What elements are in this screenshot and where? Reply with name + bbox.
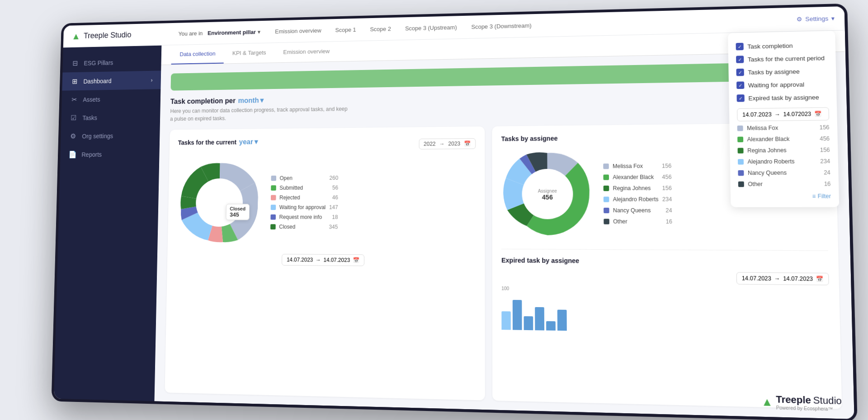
tasks-icon: ☑ <box>69 114 77 122</box>
tasks-legend: Open 260 Submitted 56 <box>270 175 338 230</box>
assignee-center-label-text: Assignee <box>538 188 557 193</box>
dot-melissa <box>603 163 609 169</box>
section-header: Task completion per month ▾ <box>170 88 835 106</box>
main-layout: ⊟ ESG Pillars ⊞ Dashboard › ✂ Assets ☑ T… <box>54 30 854 419</box>
logo-area: ▲ Treeple Studio <box>71 28 170 42</box>
sidebar: ⊟ ESG Pillars ⊞ Dashboard › ✂ Assets ☑ T… <box>54 46 161 401</box>
tab-kpi-targets[interactable]: KPI & Targets <box>224 43 275 63</box>
task-completion-banner: Task completion: 8% <box>170 61 834 91</box>
legend-dot-open <box>271 175 277 181</box>
year-selector[interactable]: 2022 → 2023 📅 <box>419 138 476 149</box>
sidebar-item-dashboard[interactable]: ⊞ Dashboard › <box>62 70 161 90</box>
seg-other <box>526 152 547 194</box>
nav-tab-emission[interactable]: Emission overview <box>269 24 327 37</box>
assignee-svg: Assignee 456 <box>501 148 594 240</box>
legend-dot-rejected <box>271 195 276 200</box>
tasks-donut-chart: Closed 345 <box>176 159 263 247</box>
legend-item-closed: Closed 345 <box>270 224 338 230</box>
sidebar-item-assets[interactable]: ✂ Assets <box>61 89 160 109</box>
assignee-donut-hole <box>522 169 573 219</box>
nav-tab-scope2[interactable]: Scope 2 <box>364 23 397 35</box>
chevron-down-icon: ▾ <box>260 96 264 104</box>
nav-tab-scope1[interactable]: Scope 1 <box>329 23 362 36</box>
expired-date-range[interactable]: 14.07.2023 → 14.07.2023 📅 <box>736 272 829 285</box>
seg-alex2 <box>547 194 590 235</box>
bar-3 <box>524 316 533 330</box>
assignee-legend-other: Other 16 <box>604 218 672 225</box>
content-body: Task completion: 8% Task completion per … <box>154 52 854 419</box>
period-selector[interactable]: month ▾ <box>238 96 264 105</box>
assets-icon: ✂ <box>70 95 78 103</box>
seg-alex3 <box>527 194 547 235</box>
tasks-assignee-card: Tasks by assignee <box>492 123 842 409</box>
dot-alexander <box>603 174 609 180</box>
tasks-donut-container: Closed 345 Open 260 <box>176 157 476 247</box>
content-area: Data collection KPI & Targets Emission o… <box>154 30 854 419</box>
legend-dot-submitted <box>271 185 276 191</box>
app-name: Treeple Studio <box>84 30 132 40</box>
assignee-legend-melissa: Melissa Fox 156 <box>603 163 671 169</box>
dashboard-icon: ⊞ <box>71 77 79 85</box>
chevron-right-icon: › <box>151 77 153 83</box>
assignee-legend-nancy: Nancy Queens 24 <box>604 207 672 214</box>
legend-item-rejected: Rejected 46 <box>271 194 338 201</box>
chevron-down-icon: ▾ <box>255 138 258 146</box>
assignee-donut-chart: Assignee 456 <box>501 148 594 240</box>
calendar-icon[interactable]: 📅 <box>816 275 824 282</box>
tablet-screen: ▲ Treeple Studio You are in Environment … <box>54 6 854 419</box>
gear-icon: ⚙ <box>797 16 802 23</box>
legend-dot-closed <box>270 224 276 229</box>
chevron-down-icon[interactable]: ▾ <box>258 28 261 35</box>
sidebar-item-esg-pillars[interactable]: ⊟ ESG Pillars <box>62 52 161 73</box>
legend-dot-waiting <box>271 205 276 210</box>
assignee-legend-regina: Regina Johnes 156 <box>604 185 672 191</box>
nav-tab-scope3down[interactable]: Scope 3 (Downstream) <box>465 19 538 33</box>
seg-melissa <box>547 153 578 194</box>
settings-button[interactable]: ⚙ Settings ▾ <box>797 15 835 23</box>
assignee-legend-alexander: Alexander Black 456 <box>603 174 671 181</box>
legend-dot-request <box>270 214 276 219</box>
tasks-date-range[interactable]: 14.07.2023 → 14.07.2023 📅 <box>282 254 364 266</box>
dot-alejandro <box>604 196 609 202</box>
expired-task-title: Expired task by assignee <box>501 257 829 266</box>
section-header-area: Task completion per month ▾ Here you can… <box>170 88 835 123</box>
assignee-center-value-text: 456 <box>542 193 553 201</box>
tab-emission-overview[interactable]: Emission overview <box>274 42 338 62</box>
env-pill: You are in Environment pillar ▾ <box>179 28 261 37</box>
bar-2 <box>513 300 522 330</box>
assignee-chart-container: Assignee 456 Melissa Fox 156 <box>501 146 828 241</box>
cards-row: Tasks for the current year ▾ 2022 → <box>165 123 842 409</box>
assignee-legend: Melissa Fox 156 Alexander Black 456 <box>603 163 672 225</box>
donut-tooltip: Closed 345 <box>226 204 249 220</box>
legend-item-request: Request more info 18 <box>270 214 338 220</box>
sidebar-item-org-settings[interactable]: ⚙ Org settings <box>61 126 160 145</box>
section-description: Here you can monitor data collection pro… <box>170 105 350 123</box>
seg-regina <box>507 194 547 226</box>
calendar-icon[interactable]: 📅 <box>464 140 471 147</box>
tablet-device: ▲ Treeple Studio You are in Environment … <box>52 4 858 420</box>
logo-icon: ▲ <box>71 31 80 42</box>
calendar-icon[interactable]: 📅 <box>353 257 359 263</box>
tasks-current-period[interactable]: year ▾ <box>239 138 258 146</box>
legend-item-submitted: Submitted 56 <box>271 184 338 191</box>
sidebar-item-tasks[interactable]: ☑ Tasks <box>61 107 160 127</box>
seg-alejandro2 <box>506 159 547 194</box>
banner-text: Task completion: 8% <box>761 67 824 76</box>
grid-icon: ⊟ <box>71 59 79 67</box>
seg-nancy <box>519 154 547 194</box>
bar-1 <box>501 311 511 330</box>
section-title: Task completion per <box>170 97 236 105</box>
dot-other <box>604 219 609 224</box>
sidebar-item-reports[interactable]: 📄 Reports <box>60 145 160 164</box>
org-settings-icon: ⚙ <box>69 132 77 140</box>
nav-tab-scope3up[interactable]: Scope 3 (Upstream) <box>399 21 463 35</box>
bar-6 <box>557 310 567 331</box>
tasks-assignee-title: Tasks by assignee <box>501 132 826 143</box>
tasks-current-header: Tasks for the current year ▾ <box>178 138 258 152</box>
tasks-current-title: Tasks for the current <box>178 139 237 146</box>
dot-regina <box>604 186 609 191</box>
donut-svg <box>176 159 263 247</box>
tab-data-collection[interactable]: Data collection <box>171 44 224 65</box>
legend-item-open: Open 260 <box>271 175 338 181</box>
tasks-current-card: Tasks for the current year ▾ 2022 → <box>165 126 485 401</box>
